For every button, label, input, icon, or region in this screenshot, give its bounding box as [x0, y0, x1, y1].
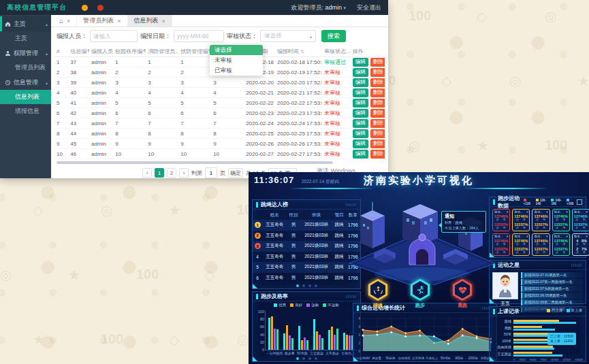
status-select-value: 请选择 — [264, 32, 282, 40]
carousel-dot[interactable] — [308, 357, 311, 360]
legend-swatch — [323, 303, 326, 307]
delete-button[interactable]: 删除 — [370, 58, 385, 67]
edit-button[interactable]: 编辑 — [353, 119, 368, 128]
horizontal-scrollbar[interactable] — [57, 161, 333, 164]
stat-cell: 46%率 — [520, 239, 528, 246]
panel-title: 跳绳达人榜 — [261, 201, 288, 208]
expand-icon[interactable] — [577, 199, 582, 205]
delete-button[interactable]: 删除 — [370, 99, 385, 107]
window-dot-red[interactable] — [97, 5, 104, 11]
hexagon — [411, 279, 430, 301]
rank-cell: 2 — [253, 231, 262, 242]
next-page-button[interactable]: › — [179, 168, 189, 178]
cell: 5 — [146, 98, 178, 108]
user-menu[interactable]: admin ▾ — [325, 4, 346, 11]
edit-button[interactable]: 编辑 — [353, 139, 368, 148]
search-button[interactable]: 搜索 — [321, 30, 346, 42]
confirm-button[interactable]: 确定 — [228, 168, 243, 178]
status-select[interactable]: 请选择▴ — [260, 30, 316, 42]
edit-button[interactable]: 编辑 — [353, 68, 368, 77]
card-stats: 137步46%率123步37%率 — [534, 238, 547, 254]
carousel-dot[interactable] — [315, 357, 317, 360]
stat-label: 步 — [514, 251, 520, 254]
jump-page-input[interactable] — [205, 167, 217, 178]
panel-title: 上课记录 — [498, 308, 520, 315]
page-button-2[interactable]: 2 — [167, 168, 176, 178]
bar — [291, 338, 293, 350]
filter-name-input[interactable] — [90, 30, 138, 42]
delete-button[interactable]: 删除 — [370, 109, 385, 118]
cell: admin — [89, 139, 113, 149]
carousel-dot[interactable] — [296, 357, 299, 360]
page-button-1[interactable]: 1 — [155, 168, 164, 178]
medal-icon: 3 — [255, 243, 261, 249]
carousel-dot[interactable] — [302, 357, 305, 360]
wallpaper-motif: ★ — [68, 267, 80, 283]
edit-button[interactable]: 编辑 — [353, 129, 368, 138]
stat-label: 率 — [541, 243, 548, 246]
hbar-category-label: 100米 — [491, 339, 511, 344]
carousel-dot[interactable] — [308, 284, 311, 287]
y-axis-label: 60 — [255, 325, 264, 329]
legend-swatch — [567, 309, 570, 312]
close-icon[interactable]: × — [117, 18, 121, 24]
bar — [319, 335, 321, 350]
close-icon[interactable]: × — [67, 18, 70, 24]
delete-button[interactable]: 删除 — [370, 139, 385, 148]
hex-badge-跑步[interactable]: 跑步 — [409, 279, 432, 309]
edit-button[interactable]: 编辑 — [353, 58, 368, 67]
class-stat-card: 整体..▾137步46%率123步37%率 — [532, 209, 550, 231]
status-cell: 未审核 — [322, 88, 351, 98]
hex-badge-晨跑[interactable]: 晨跑 — [451, 279, 474, 309]
cell: 1 — [178, 57, 211, 67]
window-dot-orange[interactable] — [82, 5, 88, 11]
edit-button[interactable]: 编辑 — [353, 78, 368, 87]
panel-decor: ////// — [571, 263, 582, 267]
delete-button[interactable]: 删除 — [370, 68, 385, 77]
delete-button[interactable]: 删除 — [370, 150, 385, 159]
edit-button[interactable]: 编辑 — [353, 88, 368, 97]
dropdown-option[interactable]: 未审核 — [210, 55, 263, 65]
logout-link[interactable]: 安全退出 — [357, 3, 381, 12]
tab-home[interactable]: ⌂× — [53, 15, 77, 27]
edit-button[interactable]: 编辑 — [353, 99, 368, 107]
carousel-dot[interactable] — [296, 284, 299, 287]
sidebar-item-主页[interactable]: 主页▴ — [0, 16, 51, 31]
carousel-dot[interactable] — [315, 284, 317, 287]
edit-button[interactable]: 编辑 — [353, 150, 368, 159]
sidebar-subitem-主页[interactable]: 主页 — [0, 31, 51, 46]
tab-信息列表[interactable]: 信息列表× — [128, 15, 172, 27]
ops-cell: 编辑删除 — [351, 98, 385, 108]
stat-label: 率 — [560, 227, 568, 230]
dropdown-option[interactable]: 已审核 — [210, 65, 263, 76]
prev-page-button[interactable]: ‹ — [142, 168, 152, 178]
close-icon[interactable]: × — [162, 18, 165, 24]
sort-icon[interactable]: ⇅ — [299, 49, 304, 54]
edit-button[interactable]: 编辑 — [353, 109, 368, 118]
cell: 7 — [211, 118, 244, 129]
wallpaper-motif: ◎ — [409, 137, 420, 154]
delete-button[interactable]: 删除 — [370, 119, 385, 128]
sidebar-subitem-管理员列表[interactable]: 管理员列表 — [0, 61, 51, 75]
carousel-dot[interactable] — [302, 284, 305, 287]
delete-button[interactable]: 删除 — [370, 88, 385, 97]
panel-class-record: 上课记录 已上课未上课 跳绳晨跑50米100米自由体操立定跳远 02500500… — [489, 306, 586, 362]
rope-cell: 男 — [287, 273, 300, 284]
status-cell: 未审核 — [322, 108, 351, 118]
tab-管理员列表[interactable]: 管理员列表× — [77, 15, 127, 27]
hex-badge-跳绳[interactable]: 跳绳 — [366, 279, 389, 309]
tab-label: 管理员列表 — [83, 16, 114, 25]
ops-cell: 编辑删除 — [351, 57, 385, 67]
cell: 2020-02-19 17:52:31 — [275, 67, 322, 78]
dropdown-option[interactable]: 请选择 — [210, 45, 263, 55]
filter-date-input[interactable] — [174, 30, 224, 42]
sidebar-item-信息管理[interactable]: 信息管理▴ — [0, 75, 51, 90]
sidebar-item-权限管理[interactable]: 权限管理▴ — [0, 46, 51, 61]
sidebar-subitem-信息列表[interactable]: 信息列表 — [0, 90, 51, 104]
x-axis-label: 50米跑 — [297, 351, 308, 355]
sidebar-subitem-填报信息[interactable]: 填报信息 — [0, 104, 51, 118]
delete-button[interactable]: 删除 — [370, 129, 385, 138]
cell: 44 — [68, 129, 89, 139]
x-axis-tick: 10000 — [551, 358, 559, 361]
delete-button[interactable]: 删除 — [370, 78, 385, 87]
